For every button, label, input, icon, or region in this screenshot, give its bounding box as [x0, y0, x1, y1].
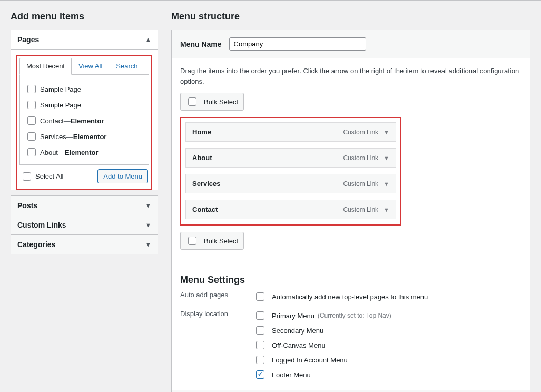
page-checkbox[interactable] — [27, 148, 36, 156]
menu-settings-heading: Menu Settings — [180, 275, 522, 286]
chevron-down-icon: ▼ — [145, 222, 151, 228]
tab-view-all[interactable]: View All — [72, 58, 109, 75]
custom-links-accordion-header[interactable]: Custom Links ▼ — [11, 215, 158, 234]
posts-title: Posts — [17, 201, 37, 210]
custom-links-title: Custom Links — [17, 221, 66, 229]
add-to-menu-button[interactable]: Add to Menu — [97, 169, 148, 183]
display-location-checkbox[interactable] — [256, 341, 264, 349]
chevron-down-icon[interactable]: ▼ — [383, 129, 389, 135]
pages-accordion-header[interactable]: Pages ▲ — [11, 30, 158, 50]
page-checkbox[interactable] — [27, 85, 36, 93]
page-item-suffix: Elementor — [73, 133, 107, 141]
categories-accordion-header[interactable]: Categories ▼ — [11, 235, 158, 254]
auto-add-checkbox[interactable] — [256, 292, 264, 301]
menu-item-type: Custom Link — [343, 129, 378, 136]
page-item-label: Sample Page — [40, 85, 81, 93]
pages-highlight-box: Most Recent View All Search Sample PageS… — [16, 55, 152, 190]
menu-item-title: About — [192, 154, 212, 162]
menu-item[interactable]: Home Custom Link ▼ — [185, 122, 396, 142]
menu-name-label: Menu Name — [180, 40, 222, 48]
page-checklist-item[interactable]: Contact — Elementor — [25, 113, 143, 129]
menu-items-highlight-box: Home Custom Link ▼ About Custom Link ▼ S… — [180, 117, 401, 226]
display-location-row[interactable]: Logged In Account Menu — [254, 354, 522, 366]
menu-item[interactable]: About Custom Link ▼ — [185, 148, 396, 168]
display-location-label-text: Secondary Menu — [272, 327, 323, 335]
tab-most-recent[interactable]: Most Recent — [19, 58, 72, 75]
display-location-row[interactable]: Primary Menu (Currently set to: Top Nav) — [254, 310, 522, 321]
menu-item-type: Custom Link — [343, 180, 378, 188]
menu-item[interactable]: Services Custom Link ▼ — [185, 174, 396, 193]
bulk-select-checkbox-bottom[interactable] — [188, 237, 196, 245]
page-checklist-item[interactable]: Sample Page — [25, 97, 143, 113]
menu-name-input[interactable] — [229, 37, 366, 51]
page-item-label: Sample Page — [40, 101, 81, 109]
pages-metabox: Pages ▲ Most Recent View All Search Samp… — [11, 30, 158, 190]
page-checkbox[interactable] — [27, 116, 36, 125]
page-checklist-item[interactable]: Services — Elementor — [25, 129, 143, 144]
add-menu-items-heading: Add menu items — [11, 11, 158, 22]
tab-search[interactable]: Search — [109, 58, 144, 75]
menu-hint-text: Drag the items into the order you prefer… — [180, 66, 522, 86]
page-item-label: Services — [40, 133, 66, 141]
chevron-down-icon[interactable]: ▼ — [383, 207, 389, 213]
menu-item-type: Custom Link — [343, 154, 378, 162]
display-location-label-text: Off-Canvas Menu — [272, 341, 326, 349]
chevron-down-icon[interactable]: ▼ — [383, 181, 389, 187]
chevron-down-icon: ▼ — [145, 241, 151, 248]
posts-accordion-header[interactable]: Posts ▼ — [11, 196, 158, 215]
chevron-down-icon: ▼ — [145, 202, 151, 209]
select-all-checkbox[interactable] — [23, 172, 31, 181]
display-location-label-text: Primary Menu — [272, 312, 314, 320]
display-location-row[interactable]: Secondary Menu — [254, 325, 522, 336]
page-item-suffix: Elementor — [71, 117, 104, 125]
bulk-select-checkbox-top[interactable] — [188, 97, 196, 106]
page-checkbox[interactable] — [27, 101, 36, 109]
display-location-checkbox[interactable] — [256, 356, 264, 364]
menu-item-title: Contact — [192, 205, 218, 213]
page-item-suffix: Elementor — [65, 149, 99, 156]
page-checkbox[interactable] — [27, 132, 36, 141]
chevron-up-icon: ▲ — [145, 36, 151, 43]
auto-add-label: Auto add pages — [180, 291, 254, 302]
display-location-label-text: Logged In Account Menu — [272, 356, 348, 364]
page-item-label: Contact — [40, 117, 64, 125]
menu-item[interactable]: Contact Custom Link ▼ — [185, 200, 396, 219]
display-location-row[interactable]: Footer Menu — [254, 369, 522, 380]
page-item-label: About — [40, 149, 58, 156]
menu-structure-heading: Menu structure — [171, 11, 530, 22]
display-location-checkbox[interactable] — [256, 370, 264, 379]
display-location-label-text: Footer Menu — [272, 371, 311, 379]
categories-title: Categories — [17, 240, 55, 249]
chevron-down-icon[interactable]: ▼ — [383, 155, 389, 161]
page-checklist-item[interactable]: Sample Page — [25, 81, 143, 97]
select-all-label[interactable]: Select All — [21, 171, 63, 182]
display-location-row[interactable]: Off-Canvas Menu — [254, 339, 522, 351]
menu-item-title: Services — [192, 180, 221, 188]
bulk-select-button-top[interactable]: Bulk Select — [180, 93, 244, 111]
menu-item-type: Custom Link — [343, 206, 378, 213]
page-checklist-item[interactable]: About — Elementor — [25, 144, 143, 160]
menu-item-title: Home — [192, 128, 211, 136]
display-location-checkbox[interactable] — [256, 311, 264, 320]
pages-title: Pages — [17, 35, 39, 44]
auto-add-text: Automatically add new top-level pages to… — [272, 293, 428, 301]
menu-structure-panel: Menu Name Drag the items into the order … — [171, 30, 530, 392]
display-location-note: (Currently set to: Top Nav) — [318, 312, 391, 319]
bulk-select-button-bottom[interactable]: Bulk Select — [180, 232, 244, 250]
display-location-checkbox[interactable] — [256, 326, 264, 335]
display-location-label: Display location — [180, 310, 254, 380]
